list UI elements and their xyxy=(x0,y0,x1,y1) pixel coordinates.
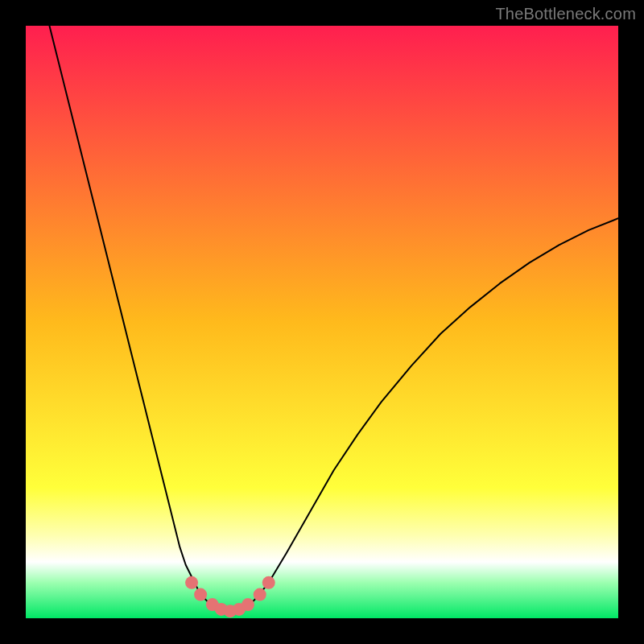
marker-point xyxy=(194,588,207,601)
marker-point xyxy=(254,588,266,601)
marker-point xyxy=(185,576,198,589)
chart-svg xyxy=(26,26,618,618)
marker-point xyxy=(242,598,254,611)
gradient-background xyxy=(26,26,618,618)
chart-frame: TheBottleneck.com xyxy=(0,0,644,644)
watermark-text: TheBottleneck.com xyxy=(495,5,636,23)
plot-area xyxy=(26,26,618,618)
marker-point xyxy=(262,576,275,589)
